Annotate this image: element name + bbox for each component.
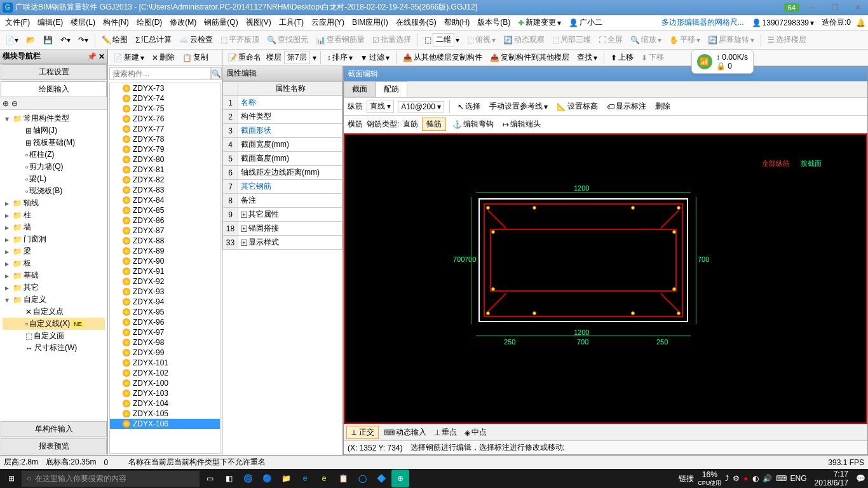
- pin-icon[interactable]: 📌: [87, 52, 97, 61]
- ie-icon[interactable]: e: [315, 470, 333, 487]
- menu-floor[interactable]: 楼层(L): [68, 16, 98, 29]
- property-row[interactable]: 18+锚固搭接: [223, 222, 342, 236]
- rebar-spec-combo[interactable]: A10@200 ▾: [398, 101, 444, 112]
- show-label-button[interactable]: 🏷显示标注: [604, 100, 649, 113]
- tab-section[interactable]: 截面: [344, 81, 376, 97]
- tree-cat[interactable]: ▸📁柱: [3, 209, 105, 221]
- app-icon-6[interactable]: ◯: [353, 470, 371, 487]
- sum-button[interactable]: Σ 汇总计算: [133, 33, 174, 46]
- component-item[interactable]: ZDYX-76: [110, 114, 220, 124]
- menu-edit[interactable]: 编辑(E): [35, 16, 65, 29]
- canvas-viewport[interactable]: 全部纵筋 按截面: [344, 133, 867, 424]
- phone-label[interactable]: 👤13907298339 ▾: [749, 17, 817, 29]
- bird-view-button[interactable]: ⬚ 俯视▾: [465, 33, 498, 46]
- engineering-section[interactable]: 工程设置: [1, 64, 107, 80]
- tree-custom[interactable]: ▾📁自定义: [3, 294, 105, 306]
- floor-combo[interactable]: 第7层: [284, 51, 310, 64]
- zoom-button[interactable]: 🔍缩放▾: [628, 33, 664, 46]
- component-item[interactable]: ZDYX-101: [110, 358, 220, 368]
- component-item[interactable]: ZDYX-87: [110, 226, 220, 236]
- app-icon-1[interactable]: ◧: [220, 470, 238, 487]
- tree-cat[interactable]: ▸📁轴线: [3, 197, 105, 209]
- taskbar-search[interactable]: ○ 在这里输入你要搜索的内容: [22, 471, 200, 487]
- tray-icon[interactable]: ⌨: [776, 474, 787, 483]
- help-link[interactable]: 多边形编辑器的网格尺...: [661, 17, 744, 28]
- component-item[interactable]: ZDYX-97: [110, 327, 220, 337]
- component-item[interactable]: ZDYX-96: [110, 317, 220, 327]
- component-item[interactable]: ZDYX-78: [110, 134, 220, 144]
- local-3d-button[interactable]: ⬚ 局部三维: [550, 33, 593, 46]
- view-2d-combo[interactable]: ⬚ 二维▾: [422, 32, 462, 48]
- component-item[interactable]: ZDYX-91: [110, 266, 220, 276]
- edit-end-button[interactable]: ↦编辑端头: [500, 118, 543, 131]
- component-item[interactable]: ZDYX-88: [110, 236, 220, 246]
- flat-button[interactable]: ⬚ 平齐板顶: [218, 33, 262, 46]
- component-item[interactable]: ZDYX-99: [110, 348, 220, 358]
- tree-item[interactable]: ⬚ 自定义面: [3, 330, 105, 342]
- component-item[interactable]: ZDYX-83: [110, 185, 220, 195]
- manual-ref-button[interactable]: 手动设置参考线 ▾: [487, 100, 550, 113]
- component-item[interactable]: ZDYX-85: [110, 205, 220, 215]
- component-item[interactable]: ZDYX-102: [110, 368, 220, 378]
- menu-file[interactable]: 文件(F): [3, 16, 32, 29]
- tray-icon[interactable]: ◐: [752, 474, 759, 483]
- open-icon[interactable]: 📂: [24, 34, 38, 46]
- tree-cat[interactable]: ▸📁其它: [3, 281, 105, 294]
- app-icon-4[interactable]: 📁: [277, 470, 295, 487]
- new-change-button[interactable]: ✚新建变更 ▾: [515, 16, 564, 29]
- component-item[interactable]: ZDYX-75: [110, 104, 220, 114]
- component-item[interactable]: ZDYX-100: [110, 378, 220, 388]
- new-file-icon[interactable]: 📄▾: [3, 34, 21, 46]
- property-row[interactable]: 6轴线距左边线距离(mm): [223, 166, 342, 180]
- delete-button[interactable]: 删除: [653, 100, 673, 113]
- lang-label[interactable]: ENG: [790, 474, 807, 483]
- menu-modify[interactable]: 修改(M): [167, 16, 199, 29]
- add-icon[interactable]: ⊕: [3, 99, 9, 108]
- menu-version[interactable]: 版本号(B): [475, 16, 513, 29]
- copy-to-button[interactable]: 📤复制构件到其他楼层: [487, 51, 572, 64]
- notification-center-icon[interactable]: 💬: [856, 474, 865, 483]
- copy-comp-button[interactable]: 📋复制: [180, 51, 211, 64]
- pan-button[interactable]: ✋平移▾: [667, 33, 703, 46]
- report-section[interactable]: 报表预览: [1, 438, 107, 454]
- ortho-button[interactable]: ⊥ 正交: [346, 426, 379, 439]
- tree-item[interactable]: ↔ 尺寸标注(W): [3, 342, 105, 354]
- tree-cat[interactable]: ▸📁梁: [3, 245, 105, 257]
- set-height-button[interactable]: 📐设置标高: [554, 100, 600, 113]
- tree-cat[interactable]: ▸📁门窗洞: [3, 233, 105, 245]
- maximize-button[interactable]: ❐: [827, 3, 843, 12]
- link-label[interactable]: 链接: [679, 473, 694, 484]
- component-item[interactable]: ZDYX-74: [110, 93, 220, 104]
- property-row[interactable]: 5截面高度(mm): [223, 152, 342, 166]
- menu-component[interactable]: 构件(N): [100, 16, 132, 29]
- taskbar-clock[interactable]: 7:17 2018/6/17: [811, 470, 852, 487]
- single-input-section[interactable]: 单构件输入: [1, 421, 107, 437]
- menu-rebar[interactable]: 钢筋量(Q): [201, 16, 240, 29]
- component-item[interactable]: ZDYX-82: [110, 175, 220, 185]
- tree-item-selected[interactable]: ▫ 自定义线(X)NE: [3, 318, 105, 330]
- minimize-button[interactable]: ─: [804, 3, 820, 12]
- component-item[interactable]: ZDYX-93: [110, 287, 220, 297]
- property-row[interactable]: 3截面形状: [223, 124, 342, 138]
- tree-cat[interactable]: ▸📁板: [3, 257, 105, 269]
- component-item[interactable]: ZDYX-95: [110, 307, 220, 317]
- task-view-icon[interactable]: ▭: [201, 470, 219, 487]
- tree-cat[interactable]: ▸📁基础: [3, 269, 105, 281]
- view-rebar-button[interactable]: 📊查看钢筋量: [313, 33, 367, 46]
- midpoint-button[interactable]: ◈ 中点: [462, 426, 489, 439]
- property-row[interactable]: 1名称: [223, 96, 342, 110]
- start-button[interactable]: ⊞: [3, 470, 20, 487]
- property-row[interactable]: 7其它钢筋: [223, 180, 342, 194]
- dyn-input-button[interactable]: ⌨ 动态输入: [381, 426, 429, 439]
- property-row[interactable]: 2构件类型: [223, 110, 342, 124]
- tree-item[interactable]: ✕ 自定义点: [3, 306, 105, 318]
- find-comp-button[interactable]: 查找▾: [574, 51, 600, 64]
- tree-item[interactable]: ▫ 框柱(Z): [3, 149, 105, 161]
- del-comp-button[interactable]: ✕删除: [149, 51, 177, 64]
- tree-item[interactable]: ▫ 梁(L): [3, 173, 105, 185]
- property-row[interactable]: 8备注: [223, 194, 342, 208]
- property-table[interactable]: 属性名称 1名称2构件类型3截面形状4截面宽度(mm)5截面高度(mm)6轴线距…: [222, 81, 342, 250]
- property-row[interactable]: 9+其它属性: [223, 208, 342, 222]
- tray-icon[interactable]: ⤴: [725, 474, 729, 483]
- copy-from-button[interactable]: 📥从其他楼层复制构件: [400, 51, 485, 64]
